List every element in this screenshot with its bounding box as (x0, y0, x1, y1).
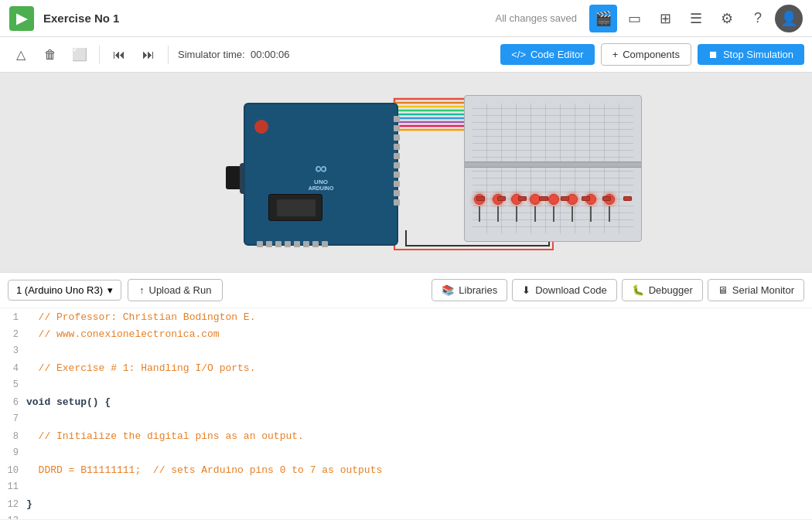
monitor-icon: 🖥 (718, 284, 728, 296)
line-number: 8 (3, 431, 26, 442)
toolbar-right: </> Code Editor + Components ⏹ Stop Simu… (500, 43, 804, 66)
device-select[interactable]: 1 (Arduino Uno R3) ▾ (8, 280, 121, 301)
line-content: // Professor: Christian Bodington E. (26, 311, 809, 323)
simulation-area: ∞ UNO ARDUINO (0, 73, 812, 272)
line-number: 6 (3, 397, 26, 408)
line-content: // www.conexionelectronica.com (26, 328, 809, 340)
code-line: 11 (0, 481, 812, 498)
toolbar-divider-2 (168, 46, 169, 64)
top-nav: ▶ Exercise No 1 All changes saved 🎬 ▭ ⊞ … (0, 0, 812, 37)
stop-simulation-btn[interactable]: ⏹ Stop Simulation (698, 44, 804, 65)
components-btn[interactable]: + Components (601, 43, 691, 66)
delete-btn[interactable]: 🗑 (37, 42, 63, 68)
arduino-label: ∞ UNO ARDUINO (309, 158, 334, 191)
download-icon: ⬇ (522, 284, 531, 296)
layout-icon-btn[interactable]: ▭ (620, 5, 648, 32)
chevron-down-icon: ▾ (107, 284, 113, 296)
frame-btn[interactable]: ⬜ (67, 42, 93, 68)
debugger-btn[interactable]: 🐛 Debugger (622, 279, 703, 301)
plus-icon: + (612, 49, 619, 60)
code-line: 12} (0, 498, 812, 515)
code-line: 10 DDRD = B11111111; // sets Arduino pin… (0, 464, 812, 481)
upload-icon: ↑ (139, 284, 145, 296)
user-avatar[interactable]: 👤 (775, 5, 803, 32)
download-code-btn[interactable]: ⬇ Download Code (512, 279, 617, 301)
line-content: } (26, 498, 809, 510)
line-number: 9 (3, 447, 26, 458)
page-title: Exercise No 1 (43, 12, 119, 25)
line-number: 1 (3, 312, 26, 323)
code-line: 9 (0, 447, 812, 464)
upload-run-btn[interactable]: ↑ Upload & Run (128, 279, 223, 301)
line-content: // Exercise # 1: Handling I/O ports. (26, 362, 809, 374)
serial-monitor-btn[interactable]: 🖥 Serial Monitor (708, 279, 804, 301)
grid-icon-btn[interactable]: ⊞ (651, 5, 679, 32)
bottom-toolbar-right: 📚 Libraries ⬇ Download Code 🐛 Debugger 🖥… (432, 279, 804, 301)
line-number: 2 (3, 329, 26, 340)
settings-icon-btn[interactable]: ⚙ (713, 5, 741, 32)
line-number: 5 (3, 379, 26, 390)
film-icon-btn[interactable]: 🎬 (589, 5, 617, 32)
help-icon-btn[interactable]: ? (744, 5, 772, 32)
toolbar: △ 🗑 ⬜ ⏮ ⏭ Simulator time: 00:00:06 </> C… (0, 37, 812, 73)
libraries-icon: 📚 (442, 284, 454, 296)
arduino-board[interactable]: ∞ UNO ARDUINO (244, 103, 398, 246)
code-line: 5 (0, 379, 812, 396)
code-line: 2 // www.conexionelectronica.com (0, 328, 812, 345)
toolbar-divider-1 (99, 46, 100, 64)
save-status: All changes saved (495, 12, 577, 24)
rewind-btn[interactable]: ⏮ (106, 42, 132, 68)
app-logo: ▶ (9, 6, 34, 31)
logo-char: ▶ (16, 10, 27, 27)
forward-btn[interactable]: ⏭ (135, 42, 162, 68)
line-content: // Initialize the digital pins as an out… (26, 430, 809, 442)
bottom-panel: 1 (Arduino Uno R3) ▾ ↑ Upload & Run 📚 Li… (0, 272, 812, 519)
code-editor-icon: </> (511, 49, 526, 60)
line-number: 11 (3, 481, 26, 492)
circuit-container: ∞ UNO ARDUINO (166, 80, 646, 265)
code-line: 7 (0, 413, 812, 430)
bottom-toolbar: 1 (Arduino Uno R3) ▾ ↑ Upload & Run 📚 Li… (0, 273, 812, 308)
bug-icon: 🐛 (632, 284, 644, 296)
line-content: void setup() { (26, 396, 809, 408)
code-line: 1 // Professor: Christian Bodington E. (0, 311, 812, 328)
code-line: 3 (0, 345, 812, 362)
code-line: 4 // Exercise # 1: Handling I/O ports. (0, 362, 812, 379)
simulator-time: Simulator time: 00:00:06 (178, 49, 497, 60)
code-line: 8 // Initialize the digital pins as an o… (0, 430, 812, 447)
add-shape-btn[interactable]: △ (8, 42, 34, 68)
code-editor-btn[interactable]: </> Code Editor (500, 44, 594, 65)
libraries-btn[interactable]: 📚 Libraries (432, 279, 507, 301)
line-number: 12 (3, 499, 26, 510)
code-editor[interactable]: 1 // Professor: Christian Bodington E.2 … (0, 308, 812, 519)
line-number: 7 (3, 413, 26, 424)
nav-icons: 🎬 ▭ ⊞ ☰ ⚙ ? 👤 (589, 5, 803, 32)
code-line: 6void setup() { (0, 396, 812, 413)
line-content: DDRD = B11111111; // sets Arduino pins 0… (26, 464, 809, 476)
line-number: 4 (3, 363, 26, 374)
list-icon-btn[interactable]: ☰ (682, 5, 710, 32)
line-number: 10 (3, 465, 26, 476)
stop-icon: ⏹ (708, 49, 718, 60)
breadboard[interactable] (464, 95, 642, 242)
line-number: 3 (3, 345, 26, 356)
line-number: 13 (3, 515, 26, 519)
code-line: 13 (0, 515, 812, 519)
